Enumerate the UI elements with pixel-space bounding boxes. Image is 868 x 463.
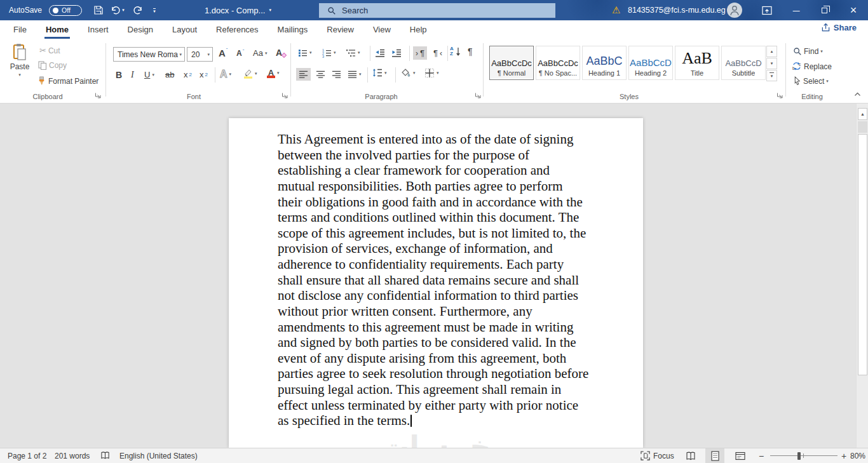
restore-button[interactable] [816,0,832,20]
align-right-button[interactable] [329,68,344,81]
styles-gallery-more-button[interactable]: ▾ [766,70,777,81]
shading-button[interactable]: ▾ [400,68,416,78]
document-text-line[interactable]: event of any dispute arising from this a… [278,351,602,366]
document-text-line[interactable]: terms and conditions outlined within thi… [278,210,602,225]
tab-view[interactable]: View [363,21,400,39]
avatar[interactable] [727,3,742,18]
ribbon-display-options-button[interactable] [759,0,775,20]
style-heading1[interactable]: AaBbC Heading 1 [582,46,627,80]
zoom-level[interactable]: 80% [850,448,865,463]
document-text-line[interactable]: amendments to this agreement must be mad… [278,319,602,335]
shrink-font-button[interactable]: Aˇ [236,49,244,58]
undo-dropdown[interactable]: ▾ [119,0,127,20]
collapse-ribbon-button[interactable] [854,91,861,97]
select-button[interactable]: Select ▾ [793,76,829,86]
account-email[interactable]: 81435375@fci.s-mu.edu.eg [628,0,726,20]
word-count[interactable]: 201 words [55,448,90,463]
strikethrough-button[interactable]: ab [165,70,174,79]
multilevel-list-button[interactable]: ▾ [346,48,360,58]
zoom-out-button[interactable]: − [759,448,764,463]
document-text-line[interactable]: establishing a clear framework for coope… [278,163,602,178]
numbering-button[interactable]: 123 ▾ [322,48,336,58]
page-indicator[interactable]: Page 1 of 2 [8,448,46,463]
search-input[interactable]: Search [319,3,555,18]
document-text-line[interactable]: pursuing legal action. This agreement sh… [278,382,602,398]
change-case-button[interactable]: Aa▾ [253,48,267,58]
paragraph-dialog-launcher[interactable] [475,92,482,100]
autosave-toggle[interactable]: Off [49,0,82,20]
find-button[interactable]: Find ▾ [793,47,823,56]
redo-button[interactable] [130,0,146,20]
format-painter-button[interactable]: Format Painter [37,76,98,86]
italic-button[interactable]: I [131,70,134,80]
vertical-scrollbar[interactable]: ▲ [856,104,868,448]
style-subtitle[interactable]: AaBbCcD Subtitle [721,46,766,80]
style-no-spacing[interactable]: AaBbCcDc ¶ No Spac... [536,46,580,80]
document-text-line[interactable]: scope of this agreement includes, but is… [278,225,602,241]
document-text-line[interactable]: between the involved parties for the pur… [278,147,602,163]
document-text-line[interactable]: mutual responsibilities. Both parties ag… [278,178,602,194]
font-dialog-launcher[interactable] [281,92,289,100]
ltr-text-direction-button[interactable]: ›¶ [413,46,427,60]
underline-button[interactable]: U▾ [144,70,154,79]
styles-scroll-up-button[interactable]: ▴ [766,46,777,57]
font-color-button[interactable]: A ▾ [267,69,280,78]
clipboard-dialog-launcher[interactable] [95,92,102,100]
document-text-line[interactable]: provision of services, exchange of infor… [278,241,602,257]
sort-button[interactable]: AZ [450,46,461,57]
tab-references[interactable]: References [207,21,268,39]
tab-home[interactable]: Home [36,21,78,39]
subscript-button[interactable]: x2 [184,70,192,79]
save-button[interactable] [90,0,107,20]
increase-indent-button[interactable] [391,48,402,58]
style-normal[interactable]: AaBbCcDc ¶ Normal [489,46,534,80]
read-mode-button[interactable] [681,448,700,463]
bullets-button[interactable]: ▾ [297,48,312,58]
document-text-line[interactable]: adherence to confidentiality requirement… [278,257,602,272]
tab-insert[interactable]: Insert [78,21,118,39]
text-effects-button[interactable]: A▾ [220,69,231,80]
document-text-line[interactable]: This Agreement is entered into as of the… [278,131,602,147]
document-text-line[interactable]: without prior written consent. Furthermo… [278,304,602,319]
web-layout-button[interactable] [731,448,750,463]
styles-dialog-launcher[interactable] [776,92,784,100]
bold-button[interactable]: B [116,70,122,80]
minimize-button[interactable]: ─ [788,0,804,20]
align-left-button[interactable] [296,68,311,81]
document-text-line[interactable]: their obligations in good faith and in a… [278,194,602,210]
document-text-line[interactable]: as specified in the terms. [278,413,602,429]
warning-icon[interactable]: ⚠ [612,0,620,20]
superscript-button[interactable]: x2 [200,70,208,79]
tab-mailings[interactable]: Mailings [268,21,318,39]
rtl-text-direction-button[interactable]: ¶‹ [431,46,445,60]
close-button[interactable]: × [845,0,862,20]
clear-formatting-button[interactable]: A [276,48,286,58]
document-text-line[interactable]: not disclose any confidential informatio… [278,288,602,304]
share-button[interactable]: Share [821,23,857,32]
font-name-combo[interactable]: Times New Roma▾ [113,47,185,62]
show-hide-formatting-button[interactable]: ¶ [468,46,473,57]
tab-design[interactable]: Design [118,21,163,39]
quick-access-toolbar-more-button[interactable]: ▾ [146,0,163,20]
styles-scroll-down-button[interactable]: ▾ [766,58,777,69]
zoom-slider-track[interactable] [770,455,837,456]
font-size-combo[interactable]: 20▾ [187,47,213,62]
justify-button[interactable]: ▾ [345,68,364,81]
tab-review[interactable]: Review [317,21,363,39]
tab-file[interactable]: File [4,21,36,39]
zoom-slider-thumb[interactable] [797,452,801,460]
paste-button[interactable]: Paste ▾ [6,43,33,91]
document-text-line[interactable]: shall ensure that all shared data remain… [278,272,602,288]
line-spacing-button[interactable]: ▾ [372,68,387,77]
zoom-in-button[interactable]: + [841,448,846,463]
focus-mode-button[interactable]: Focus [641,448,674,463]
borders-button[interactable]: ▾ [424,68,439,78]
style-heading2[interactable]: AaBbCcD Heading 2 [628,46,673,80]
document-page[interactable]: This Agreement is entered into as of the… [229,118,643,448]
doc-lines[interactable]: This Agreement is entered into as of the… [278,131,602,429]
print-layout-button[interactable] [705,448,724,463]
document-text-line[interactable]: and signed by both parties to be conside… [278,335,602,351]
grow-font-button[interactable]: Aˆ [219,48,228,58]
tab-layout[interactable]: Layout [163,21,207,39]
document-title[interactable]: 1.docx - Comp...▾ [205,0,271,20]
